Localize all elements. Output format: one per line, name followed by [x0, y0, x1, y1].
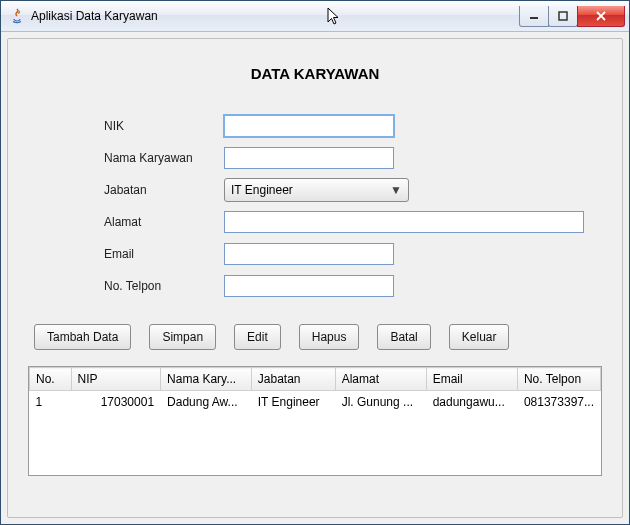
col-email[interactable]: Email	[426, 368, 517, 391]
nik-label: NIK	[104, 119, 224, 133]
hapus-button[interactable]: Hapus	[299, 324, 360, 350]
col-alamat[interactable]: Alamat	[335, 368, 426, 391]
nama-input[interactable]	[224, 147, 394, 169]
alamat-label: Alamat	[104, 215, 224, 229]
window-title: Aplikasi Data Karyawan	[31, 9, 520, 23]
employee-table[interactable]: No. NIP Nama Kary... Jabatan Alamat Emai…	[28, 366, 602, 476]
cell-no: 1	[30, 391, 72, 414]
svg-rect-1	[559, 12, 567, 20]
page-title: DATA KARYAWAN	[28, 65, 602, 82]
content-area: DATA KARYAWAN NIK Nama Karyawan Jabatan …	[1, 32, 629, 524]
simpan-button[interactable]: Simpan	[149, 324, 216, 350]
titlebar[interactable]: Aplikasi Data Karyawan	[1, 1, 629, 32]
window-controls	[520, 6, 625, 26]
button-bar: Tambah Data Simpan Edit Hapus Batal Kelu…	[34, 324, 602, 350]
batal-button[interactable]: Batal	[377, 324, 430, 350]
chevron-down-icon: ▼	[388, 183, 404, 197]
jabatan-label: Jabatan	[104, 183, 224, 197]
java-icon	[9, 8, 25, 24]
keluar-button[interactable]: Keluar	[449, 324, 510, 350]
cell-jabatan: IT Engineer	[251, 391, 335, 414]
cell-telpon: 081373397...	[517, 391, 600, 414]
maximize-button[interactable]	[548, 6, 578, 27]
edit-button[interactable]: Edit	[234, 324, 281, 350]
email-input[interactable]	[224, 243, 394, 265]
app-window: Aplikasi Data Karyawan DATA KARYAWAN NIK…	[0, 0, 630, 525]
table-row[interactable]: 1 17030001 Dadung Aw... IT Engineer Jl. …	[30, 391, 601, 414]
alamat-input[interactable]	[224, 211, 584, 233]
tambah-data-button[interactable]: Tambah Data	[34, 324, 131, 350]
telpon-label: No. Telpon	[104, 279, 224, 293]
jabatan-value: IT Engineer	[231, 183, 388, 197]
close-button[interactable]	[577, 6, 625, 27]
table-header-row[interactable]: No. NIP Nama Kary... Jabatan Alamat Emai…	[30, 368, 601, 391]
cell-alamat: Jl. Gunung ...	[335, 391, 426, 414]
telpon-input[interactable]	[224, 275, 394, 297]
cell-nip: 17030001	[71, 391, 161, 414]
email-label: Email	[104, 247, 224, 261]
nik-input[interactable]	[224, 115, 394, 137]
cell-nama: Dadung Aw...	[161, 391, 252, 414]
nama-label: Nama Karyawan	[104, 151, 224, 165]
cell-email: dadungawu...	[426, 391, 517, 414]
col-nama[interactable]: Nama Kary...	[161, 368, 252, 391]
jabatan-select[interactable]: IT Engineer ▼	[224, 178, 409, 202]
col-telpon[interactable]: No. Telpon	[517, 368, 600, 391]
minimize-button[interactable]	[519, 6, 549, 27]
col-no[interactable]: No.	[30, 368, 72, 391]
col-jabatan[interactable]: Jabatan	[251, 368, 335, 391]
main-panel: DATA KARYAWAN NIK Nama Karyawan Jabatan …	[7, 38, 623, 518]
col-nip[interactable]: NIP	[71, 368, 161, 391]
employee-form: NIK Nama Karyawan Jabatan IT Engineer ▼ …	[104, 110, 602, 302]
